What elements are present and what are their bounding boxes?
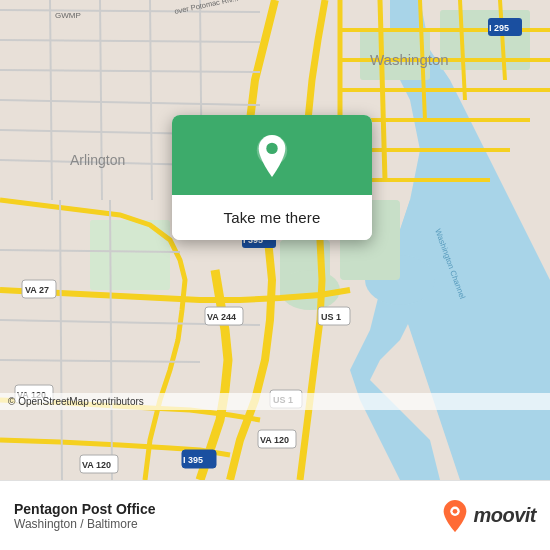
location-pin-icon	[253, 133, 291, 179]
map-attribution: © OpenStreetMap contributors	[0, 393, 550, 410]
moovit-brand-pin-icon	[441, 499, 469, 533]
take-me-there-button[interactable]: Take me there	[172, 195, 372, 240]
location-name: Pentagon Post Office	[14, 501, 441, 517]
bottom-bar: Pentagon Post Office Washington / Baltim…	[0, 480, 550, 550]
svg-text:Washington: Washington	[370, 51, 449, 68]
svg-text:I 295: I 295	[489, 23, 509, 33]
location-info: Pentagon Post Office Washington / Baltim…	[14, 501, 441, 531]
svg-text:VA 120: VA 120	[82, 460, 111, 470]
svg-text:US 1: US 1	[321, 312, 341, 322]
svg-text:VA 244: VA 244	[207, 312, 236, 322]
svg-point-4	[280, 270, 340, 310]
moovit-wordmark: moovit	[473, 504, 536, 527]
svg-text:VA 120: VA 120	[260, 435, 289, 445]
svg-point-62	[453, 508, 458, 513]
svg-text:GWMP: GWMP	[55, 11, 81, 20]
map-container: GWMP over Potomac Riv... Arlington Washi…	[0, 0, 550, 480]
svg-text:I 395: I 395	[183, 455, 203, 465]
popup-header	[172, 115, 372, 195]
location-subtext: Washington / Baltimore	[14, 517, 441, 531]
moovit-logo: moovit	[441, 499, 536, 533]
svg-text:VA 27: VA 27	[25, 285, 49, 295]
location-popup: Take me there	[172, 115, 372, 240]
svg-text:Arlington: Arlington	[70, 152, 125, 168]
svg-point-60	[266, 143, 277, 154]
